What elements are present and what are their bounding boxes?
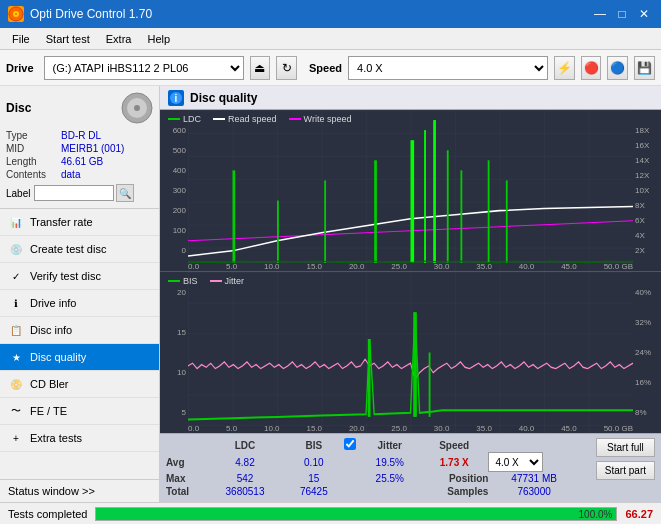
y-top-r-4x: 4X — [635, 231, 659, 240]
svg-rect-12 — [277, 201, 279, 263]
menu-start-test[interactable]: Start test — [38, 31, 98, 47]
maximize-button[interactable]: □ — [613, 5, 631, 23]
tool-btn-1[interactable]: ⚡ — [554, 56, 575, 80]
avg-bis: 0.10 — [284, 452, 344, 472]
total-label: Total — [166, 485, 206, 498]
y-bot-r-8: 8% — [635, 408, 659, 417]
disc-length-label: Length — [6, 156, 61, 167]
tool-btn-2[interactable]: 🔴 — [581, 56, 602, 80]
samples-label: Samples — [420, 485, 488, 498]
app-icon — [8, 6, 24, 22]
jitter-dot — [210, 280, 222, 282]
speed-selector[interactable]: 4.0 X 1.0 X 2.0 X 6.0 X 8.0 X — [348, 56, 548, 80]
max-bis: 15 — [284, 472, 344, 485]
samples-value: 763000 — [488, 485, 579, 498]
action-buttons: Start full Start part — [596, 438, 655, 480]
ldc-header: LDC — [206, 438, 284, 452]
sidebar-item-verify-test-disc[interactable]: ✓ Verify test disc — [0, 263, 159, 290]
sidebar-item-create-test-disc[interactable]: 💿 Create test disc — [0, 236, 159, 263]
y-axis-right-top: 18X 16X 14X 12X 10X 8X 6X 4X 2X — [633, 126, 661, 255]
write-speed-dot — [289, 118, 301, 120]
charts-area: LDC Read speed Write speed 600 500 40 — [160, 110, 661, 433]
svg-rect-21 — [506, 180, 508, 263]
y-top-100: 100 — [162, 226, 186, 235]
position-label: Position — [420, 472, 488, 485]
save-button[interactable]: 💾 — [634, 56, 655, 80]
svg-rect-11 — [233, 170, 236, 263]
y-top-600: 600 — [162, 126, 186, 135]
y-bot-r-32: 32% — [635, 318, 659, 327]
sidebar-label-extra-tests: Extra tests — [30, 432, 82, 444]
y-bot-10: 10 — [162, 368, 186, 377]
speed-select-stats[interactable]: 4.0 X — [488, 452, 543, 472]
y-top-r-14x: 14X — [635, 156, 659, 165]
legend-ldc-label: LDC — [183, 114, 201, 124]
sidebar-item-drive-info[interactable]: ℹ Drive info — [0, 290, 159, 317]
svg-rect-13 — [324, 180, 326, 263]
sidebar-item-transfer-rate[interactable]: 📊 Transfer rate — [0, 209, 159, 236]
legend-bis-label: BIS — [183, 276, 198, 286]
svg-rect-20 — [488, 160, 490, 263]
y-top-r-12x: 12X — [635, 171, 659, 180]
legend-jitter-label: Jitter — [225, 276, 245, 286]
disc-quality-header-icon: i — [168, 90, 184, 106]
tool-btn-3[interactable]: 🔵 — [607, 56, 628, 80]
start-part-button[interactable]: Start part — [596, 461, 655, 480]
legend-jitter: Jitter — [210, 276, 245, 286]
svg-rect-26 — [429, 353, 431, 417]
app-title: Opti Drive Control 1.70 — [8, 6, 152, 22]
status-bar: Tests completed 100.0% 66.27 — [0, 502, 661, 524]
sidebar-item-cd-bler[interactable]: 📀 CD Bler — [0, 371, 159, 398]
sidebar-item-extra-tests[interactable]: + Extra tests — [0, 425, 159, 452]
refresh-button[interactable]: ↻ — [276, 56, 297, 80]
sidebar-item-disc-info[interactable]: 📋 Disc info — [0, 317, 159, 344]
svg-text:i: i — [175, 93, 178, 104]
disc-quality-header: i Disc quality — [160, 86, 661, 110]
disc-quality-title: Disc quality — [190, 91, 257, 105]
minimize-button[interactable]: — — [591, 5, 609, 23]
disc-type-value: BD-R DL — [61, 130, 101, 141]
jitter-checkbox[interactable] — [344, 438, 356, 450]
start-full-button[interactable]: Start full — [596, 438, 655, 457]
y-top-r-18x: 18X — [635, 126, 659, 135]
disc-mid-value: MEIRB1 (001) — [61, 143, 124, 154]
svg-point-2 — [15, 13, 17, 15]
y-top-r-6x: 6X — [635, 216, 659, 225]
y-bot-5: 5 — [162, 408, 186, 417]
top-chart-svg — [188, 110, 633, 271]
y-bot-15: 15 — [162, 328, 186, 337]
svg-rect-24 — [368, 339, 371, 417]
jitter-header: Jitter — [360, 438, 420, 452]
sidebar-item-disc-quality[interactable]: ★ Disc quality — [0, 344, 159, 371]
legend-read-speed: Read speed — [213, 114, 277, 124]
disc-label-button[interactable]: 🔍 — [116, 184, 134, 202]
status-window-button[interactable]: Status window >> — [0, 479, 159, 502]
sidebar-item-fe-te[interactable]: 〜 FE / TE — [0, 398, 159, 425]
y-top-r-8x: 8X — [635, 201, 659, 210]
legend-write-speed-label: Write speed — [304, 114, 352, 124]
eject-button[interactable]: ⏏ — [250, 56, 271, 80]
close-button[interactable]: ✕ — [635, 5, 653, 23]
menu-extra[interactable]: Extra — [98, 31, 140, 47]
x-axis-top: 0.0 5.0 10.0 15.0 20.0 25.0 30.0 35.0 40… — [188, 262, 633, 271]
fe-te-icon: 〜 — [8, 403, 24, 419]
avg-speed-value: 1.73 X — [420, 452, 488, 472]
disc-label-input[interactable] — [34, 185, 114, 201]
y-axis-left-top: 600 500 400 300 200 100 0 — [160, 126, 188, 255]
y-axis-left-bottom: 20 15 10 5 — [160, 288, 188, 417]
progress-text: 100.0% — [579, 508, 613, 521]
drive-selector[interactable]: (G:) ATAPI iHBS112 2 PL06 — [44, 56, 244, 80]
main-content: Disc Type BD-R DL MID MEIRB1 (001) Lengt… — [0, 86, 661, 502]
menu-file[interactable]: File — [4, 31, 38, 47]
y-top-0: 0 — [162, 246, 186, 255]
sidebar-label-disc-quality: Disc quality — [30, 351, 86, 363]
avg-jitter: 19.5% — [360, 452, 420, 472]
menu-help[interactable]: Help — [139, 31, 178, 47]
progress-container: 100.0% — [95, 507, 617, 521]
svg-rect-25 — [413, 312, 417, 417]
disc-length-row: Length 46.61 GB — [6, 156, 153, 167]
top-chart-legend: LDC Read speed Write speed — [168, 114, 351, 124]
disc-label-text: Label — [6, 188, 30, 199]
sidebar-label-cd-bler: CD Bler — [30, 378, 69, 390]
total-ldc: 3680513 — [206, 485, 284, 498]
